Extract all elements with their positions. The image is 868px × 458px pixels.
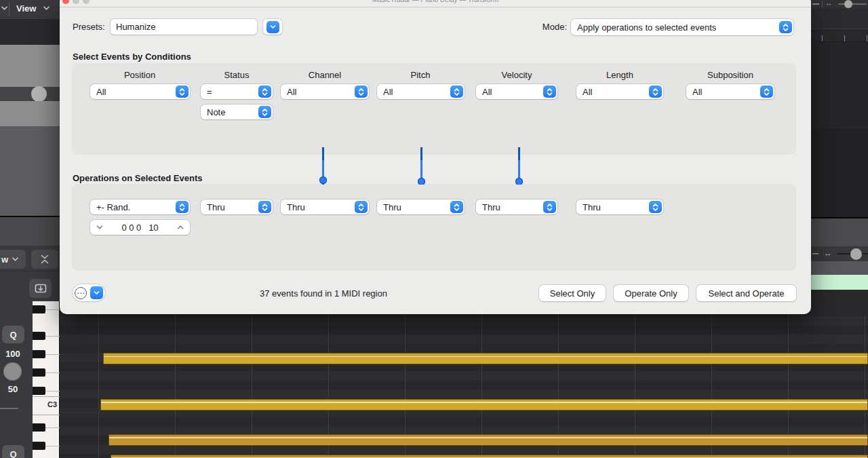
updown-stepper-icon (779, 21, 792, 33)
piano-keyboard[interactable]: C3 (33, 301, 60, 458)
operation-status-select[interactable]: Thru (201, 199, 273, 214)
piano-roll-grid[interactable] (60, 314, 868, 458)
column-header-status: Status (193, 70, 281, 80)
black-key[interactable] (33, 350, 45, 358)
velocity-max-label: 100 (0, 349, 26, 359)
select-only-button[interactable]: Select Only (539, 285, 606, 301)
condition-subposition-select[interactable]: All (686, 84, 774, 99)
midi-note[interactable] (108, 434, 868, 446)
mode-value: Apply operations to selected events (577, 22, 779, 33)
chevron-down-icon (1, 5, 8, 11)
column-header-length: Length (576, 70, 664, 80)
updown-stepper-icon (176, 85, 189, 98)
updown-stepper-icon (649, 85, 662, 98)
condition-status-event-type-select[interactable]: Note (201, 104, 273, 119)
operation-pitch-select[interactable]: Thru (377, 199, 465, 214)
black-key[interactable] (33, 387, 45, 395)
condition-position-select[interactable]: All (90, 84, 190, 99)
updown-stepper-icon (258, 106, 271, 118)
operation-length-select[interactable]: Thru (576, 199, 663, 214)
chevron-down-icon (267, 21, 279, 33)
condition-length-select[interactable]: All (576, 84, 663, 99)
left-panel-light (0, 45, 60, 87)
select-and-operate-button[interactable]: Select and Operate (696, 285, 796, 301)
column-header-velocity: Velocity (473, 70, 561, 80)
bar-divider (821, 249, 822, 259)
titlebar-divider (60, 7, 811, 7)
key-divider-full (33, 396, 60, 397)
zoom-slider-knob[interactable] (844, 0, 852, 8)
condition-status-select[interactable]: = (201, 84, 273, 99)
condition-velocity-select[interactable]: All (476, 84, 557, 99)
updown-stepper-icon (450, 85, 463, 98)
horizontal-zoom-icon: ↔ (824, 248, 832, 258)
key-divider (45, 391, 60, 392)
operate-only-button[interactable]: Operate Only (614, 285, 688, 301)
view-menu-clipped[interactable]: w (0, 250, 26, 269)
chevron-down-icon (43, 5, 50, 11)
zoom-slider-track[interactable] (838, 3, 867, 5)
presets-input[interactable]: Humanize (111, 19, 257, 35)
view-menu-clipped-label: w (1, 254, 8, 265)
ruler-tick (867, 35, 867, 41)
zoom-slider-knob[interactable] (850, 248, 862, 260)
ruler (811, 28, 868, 42)
operation-position-select[interactable]: +- Rand. (90, 199, 190, 214)
collapse-auto-zoom-button[interactable] (31, 250, 58, 269)
left-panel-mid-2 (0, 217, 60, 246)
window-title: Music Radar — Piano Delay — Transform (60, 0, 811, 3)
black-key[interactable] (33, 305, 45, 313)
bottom-zoom-bar: ↔ (811, 246, 868, 261)
black-key[interactable] (33, 332, 45, 340)
transform-window: Music Radar — Piano Delay — Transform Pr… (60, 0, 811, 314)
left-panel-mid (0, 126, 60, 216)
column-header-channel: Channel (281, 70, 369, 80)
updown-stepper-icon (355, 201, 368, 213)
operation-channel-select[interactable]: Thru (281, 199, 369, 214)
view-menu[interactable]: View (16, 3, 36, 14)
quantize-button-2[interactable]: Q (2, 445, 24, 458)
top-zoom-bar: ↔ (811, 0, 868, 8)
logic-pro-screen: View w Q 100 50 Q (0, 0, 868, 458)
column-header-position: Position (96, 70, 184, 80)
condition-channel-select[interactable]: All (281, 84, 369, 99)
right-header-strip (811, 8, 868, 28)
left-panel-light-2 (0, 101, 60, 126)
velocity-knob[interactable] (3, 362, 22, 381)
key-label-c3: C3 (47, 400, 57, 408)
key-divider (45, 373, 60, 373)
bar-divider (822, 1, 823, 7)
mode-label: Mode: (528, 22, 567, 32)
left-panel-dark (0, 19, 60, 45)
updown-stepper-icon (450, 201, 463, 213)
catch-playhead-button[interactable] (29, 279, 52, 298)
ruler-tick (822, 35, 823, 41)
chevron-down-icon[interactable] (90, 286, 103, 299)
left-slider-row (0, 87, 60, 101)
black-key[interactable] (33, 423, 45, 432)
condition-pitch-select[interactable]: All (377, 84, 465, 99)
presets-menu-button[interactable] (263, 19, 282, 35)
toolbar-divider (9, 2, 9, 16)
midi-note[interactable] (103, 353, 868, 364)
right-gray-strip (811, 261, 868, 275)
quantize-button[interactable]: Q (2, 326, 24, 343)
increment-chevron-icon[interactable] (176, 225, 184, 230)
decrement-chevron-icon[interactable] (96, 225, 104, 230)
mode-select[interactable]: Apply operations to selected events (571, 19, 793, 35)
black-key[interactable] (33, 442, 45, 450)
black-key[interactable] (33, 368, 45, 377)
midi-note[interactable] (100, 399, 868, 411)
ellipsis-icon[interactable]: ⋯ (75, 287, 87, 299)
left-slider-knob[interactable] (31, 86, 47, 102)
zoom-dash (812, 3, 819, 5)
random-amount-stepper[interactable]: 0 0 0 10 (90, 220, 190, 235)
horizontal-zoom-icon: ↔ (825, 0, 832, 7)
operation-velocity-select[interactable]: Thru (476, 199, 557, 214)
slider-track[interactable] (0, 408, 18, 409)
column-header-pitch: Pitch (376, 70, 465, 80)
updown-stepper-icon (543, 201, 556, 213)
operations-section-title: Operations on Selected Events (73, 173, 202, 183)
midi-note[interactable] (111, 455, 868, 458)
right-roll-bottom (811, 290, 868, 314)
